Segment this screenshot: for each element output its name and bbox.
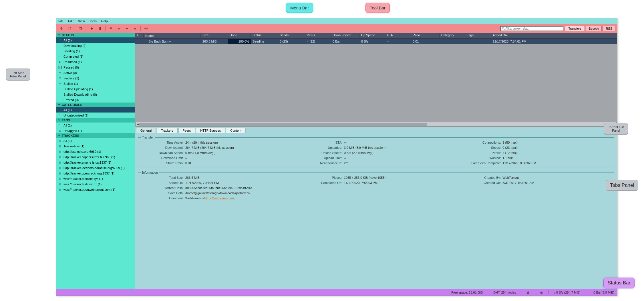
view-tab-transfers[interactable]: Transfers [565,26,585,31]
trk-fastcast-icon: ▮ [58,182,62,186]
filter-input[interactable] [505,27,562,30]
move-up-button[interactable] [115,25,123,32]
sidebar-section-status[interactable]: STATUS [56,33,135,37]
status-up[interactable]: ↑ 0 B/s (3.9 MiB) [591,291,614,294]
status-seeding[interactable]: ↑Seeding (1) [56,48,135,54]
cat-all-label: All (1) [63,108,72,112]
info-field: Added On:11/17/2020, 7:54:01 PM [141,181,294,184]
status-seeding-label: Seeding (1) [63,49,80,53]
status-inactive[interactable]: ▼Inactive (1) [56,75,135,81]
move-down-button[interactable] [123,25,131,32]
status-paused[interactable]: ❚❚Paused (0) [56,65,135,70]
status-all-icon: ▼ [58,39,62,42]
status-stalled-label: Stalled (1) [63,82,78,85]
sidebar-section-categories[interactable]: CATEGORIES [56,103,135,107]
column-added-on[interactable]: Added On [491,33,554,38]
app-window: FileEditViewToolsHelp TransfersSearchRSS… [56,18,617,296]
information-fieldset: Information Total Size:263.6 MiBPieces:1… [138,171,614,203]
status-active[interactable]: ▼Active (0) [56,70,135,75]
menu-help[interactable]: Help [101,19,108,23]
add-link-button[interactable] [58,25,65,32]
column-tags[interactable]: Tags [465,33,491,38]
settings-button[interactable] [142,25,150,32]
status-completed[interactable]: ✓Completed (1) [56,54,135,59]
trk-btorrent[interactable]: ▮wss://tracker.btorrent.xyz (1) [56,176,135,181]
sidebar-section-tags[interactable]: TAGS [56,118,135,123]
status-resumed[interactable]: ▶Resumed (1) [56,59,135,65]
detail-tab-general[interactable]: General [136,128,156,133]
cat-all[interactable]: All (1) [56,107,135,113]
move-bottom-button[interactable] [131,25,139,32]
info-field: Created On:3/31/2017, 5:00:01 AM [458,181,611,184]
status-connection-icon[interactable]: 🖧 [526,291,530,294]
filter-search[interactable] [500,26,563,31]
column-eta[interactable]: ETA [385,33,411,38]
column-status[interactable]: Status [251,33,278,38]
detail-tab-content[interactable]: Content [226,128,246,133]
status-downloading[interactable]: ↓Downloading (0) [56,43,135,48]
pause-button[interactable] [96,25,104,32]
column-done[interactable]: Done [228,33,251,38]
status-all[interactable]: ▼All (1) [56,37,135,43]
tag-all[interactable]: 🗀All (1) [56,123,135,128]
transfer-field: Reannounce In:2m [300,161,453,165]
trk-empire[interactable]: ▮udp://tracker.empire-js.us:1337 (1) [56,160,135,165]
menu-file[interactable]: File [58,19,63,23]
status-speedlimit-icon[interactable]: ◐ [540,291,543,294]
status-stalled[interactable]: ▼Stalled (1) [56,81,135,86]
status-stalled-icon: ▼ [58,82,62,85]
cat-uncategorized[interactable]: 🗀Uncategorized (1) [56,113,135,118]
scrollbar-thumb[interactable] [139,123,427,126]
transfer-field: Wasted:1.1 MiB [458,156,611,160]
trk-leechers[interactable]: ▮udp://tracker.leechers-paradise.org:696… [56,165,135,170]
column-size[interactable]: Size [201,33,228,38]
column-peers[interactable]: Peers [305,33,331,38]
status-stalled-up[interactable]: ↑Stalled Uploading (1) [56,86,135,92]
torrent-row[interactable]: ↑ Big Buck Bunny263.6 MiB100.0%Seeding0 … [135,39,617,44]
trk-openweb[interactable]: ▮wss://tracker.openwebtorrent.com (1) [56,187,135,192]
add-file-button[interactable] [66,25,73,32]
status-errored[interactable]: !Errored (0) [56,97,135,103]
torrent-list-body[interactable]: ↑ Big Buck Bunny263.6 MiB100.0%Seeding0 … [135,39,617,127]
view-tab-rss[interactable]: RSS [603,26,615,31]
menu-view[interactable]: View [78,19,85,23]
move-top-button[interactable] [107,25,115,32]
column-down-speed[interactable]: Down Speed [331,33,359,38]
resume-button[interactable] [88,25,96,32]
trk-opentrack[interactable]: ▮udp://tracker.opentrackr.org:1337 (1) [56,170,135,176]
torrent-cell: 263.6 MiB [201,39,228,44]
trk-all[interactable]: ▮All (1) [56,138,135,143]
status-stalled-down[interactable]: ↓Stalled Downloading (0) [56,92,135,97]
trk-trackerless[interactable]: ▮Trackerless (1) [56,143,135,149]
trk-copper[interactable]: ▮udp://tracker.coppersurfer.tk:6969 (1) [56,154,135,160]
column-ratio[interactable]: Ratio [411,33,440,38]
trk-fastcast[interactable]: ▮wss://tracker.fastcast.nz (1) [56,181,135,187]
info-field: Total Size:263.6 MiB [141,176,294,179]
main-area: #NameSizeDoneStatusSeedsPeersDown SpeedU… [135,33,617,289]
menu-tools[interactable]: Tools [89,19,97,23]
transfer-field: Peers:4 (12 total) [458,151,611,154]
column--[interactable]: # [135,33,144,38]
column-up-speed[interactable]: Up Speed [359,33,385,38]
status-down[interactable]: ↓ 0 B/s (264.7 MiB) [554,291,581,294]
comment-link[interactable]: https://webtorrent.io [204,196,232,200]
status-completed-icon: ✓ [58,55,62,58]
detail-tab-peers[interactable]: Peers [178,128,195,133]
trk-explodie[interactable]: ▮udp://explodie.org:6969 (1) [56,149,135,154]
column-category[interactable]: Category [440,33,465,38]
transfer-field: ETA:∞ [300,141,453,144]
detail-tab-trackers[interactable]: Trackers [157,128,177,133]
status-stalled-up-icon: ↑ [58,87,62,91]
detail-tab-http-sources[interactable]: HTTP Sources [196,128,225,133]
menu-edit[interactable]: Edit [68,19,73,23]
column-seeds[interactable]: Seeds [278,33,305,38]
horizontal-scrollbar[interactable]: ◀ ▶ [136,122,617,127]
trk-fastcast-label: wss://tracker.fastcast.nz (1) [63,182,102,186]
tag-untagged[interactable]: 🗀Untagged (1) [56,128,135,133]
torrent-list-header: #NameSizeDoneStatusSeedsPeersDown SpeedU… [135,33,617,39]
trk-empire-label: udp://tracker.empire-js.us:1337 (1) [63,161,112,164]
column-name[interactable]: Name [144,33,201,38]
view-tab-search[interactable]: Search [586,26,602,31]
delete-button[interactable] [77,25,84,32]
sidebar-section-trackers[interactable]: TRACKERS [56,133,135,138]
